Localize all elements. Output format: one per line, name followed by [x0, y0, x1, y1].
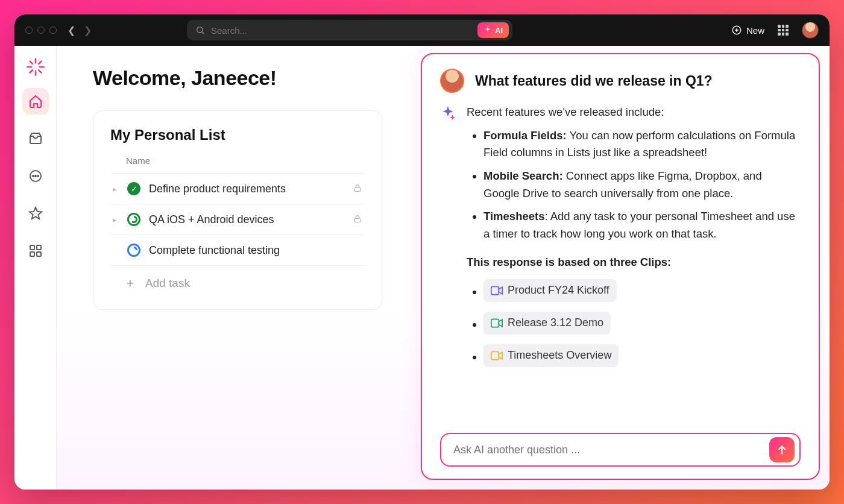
svg-rect-19 [37, 245, 41, 250]
ai-answer-intro: Recent features we've released include: [467, 104, 801, 121]
chevron-right-icon[interactable]: ▸ [113, 215, 119, 224]
svg-point-15 [35, 175, 36, 177]
ai-panel: What features did we release in Q1? Rece… [421, 53, 820, 480]
column-header-name: Name [110, 156, 365, 173]
search-input[interactable] [211, 25, 504, 36]
video-icon [491, 318, 503, 328]
ai-clip-item: Product FY24 Kickoff [483, 279, 801, 302]
home-icon [28, 94, 43, 109]
video-icon [491, 286, 503, 295]
nav-forward-icon[interactable]: ❯ [84, 25, 92, 36]
svg-rect-25 [491, 320, 499, 327]
traffic-zoom[interactable] [49, 27, 57, 34]
sidebar-item-more[interactable] [22, 163, 49, 189]
svg-point-16 [37, 175, 39, 177]
svg-rect-22 [354, 187, 360, 191]
svg-line-10 [39, 70, 41, 72]
svg-rect-26 [491, 351, 499, 359]
clip-chip[interactable]: Timesheets Overview [483, 344, 619, 367]
status-open-icon[interactable] [127, 244, 140, 257]
ai-send-button[interactable] [769, 437, 795, 462]
app-window: ❮ ❯ AI New [14, 14, 830, 490]
clip-chip[interactable]: Release 3.12 Demo [483, 312, 611, 335]
sidebar [14, 46, 57, 490]
plus-circle-icon [731, 25, 742, 36]
status-done-icon[interactable]: ✓ [127, 182, 140, 195]
task-row[interactable]: ▸ QA iOS + Android devices [110, 204, 365, 235]
svg-line-12 [30, 70, 32, 72]
svg-line-9 [30, 61, 32, 64]
global-search[interactable]: AI [187, 20, 512, 40]
task-title: Complete functional testing [149, 244, 280, 257]
personal-list-card: My Personal List Name ▸ ✓ Define product… [93, 110, 382, 310]
traffic-close[interactable] [25, 27, 33, 34]
task-title: QA iOS + Android devices [149, 213, 274, 226]
add-task-label: Add task [145, 277, 190, 290]
traffic-minimize[interactable] [37, 27, 45, 34]
chevron-right-icon[interactable]: ▸ [113, 184, 119, 194]
ai-badge-label: AI [495, 26, 503, 35]
ai-sparkle-icon [440, 104, 456, 378]
user-avatar [440, 69, 464, 93]
search-icon [195, 25, 205, 35]
lock-icon [353, 214, 362, 225]
window-controls [25, 27, 57, 34]
svg-rect-20 [30, 252, 34, 256]
lock-icon [353, 183, 362, 195]
nav-back-icon[interactable]: ❮ [68, 25, 75, 36]
sidebar-item-home[interactable] [22, 88, 49, 115]
sidebar-item-favorites[interactable] [22, 200, 49, 227]
titlebar: ❮ ❯ AI New [14, 14, 830, 46]
new-button[interactable]: New [731, 25, 764, 36]
grid-icon [28, 244, 43, 258]
task-row[interactable]: ▸ Complete functional testing [110, 235, 365, 265]
nav-arrows: ❮ ❯ [68, 25, 92, 36]
svg-point-0 [197, 27, 203, 33]
add-task-button[interactable]: + Add task [110, 265, 365, 303]
sidebar-item-inbox[interactable] [22, 125, 49, 152]
svg-line-11 [39, 61, 41, 64]
svg-rect-18 [30, 245, 34, 250]
svg-point-14 [33, 175, 34, 177]
ai-input[interactable] [440, 433, 801, 467]
ai-clips-heading: This response is based on three Clips: [467, 254, 801, 271]
new-button-label: New [746, 25, 764, 36]
sidebar-item-apps[interactable] [22, 238, 49, 264]
user-avatar[interactable] [802, 22, 819, 39]
clip-chip[interactable]: Product FY24 Kickoff [483, 279, 617, 302]
ai-answer-row: Recent features we've released include: … [440, 104, 801, 378]
sparkle-icon [483, 26, 492, 34]
ai-clip-item: Release 3.12 Demo [483, 312, 801, 335]
svg-marker-17 [30, 207, 42, 219]
plus-icon: + [124, 276, 137, 291]
ai-answer-body: Recent features we've released include: … [467, 104, 801, 378]
arrow-up-icon [776, 444, 788, 456]
ai-question-row: What features did we release in Q1? [440, 69, 801, 93]
task-row[interactable]: ▸ ✓ Define product requirements [110, 173, 365, 204]
more-icon [28, 169, 43, 183]
list-title: My Personal List [110, 127, 365, 143]
star-icon [28, 206, 43, 221]
ai-feature-item: Timesheets: Add any task to your persona… [483, 208, 801, 242]
svg-rect-21 [37, 252, 41, 256]
video-icon [491, 351, 503, 361]
svg-rect-23 [354, 218, 360, 222]
ai-clip-list: Product FY24 Kickoff Release 3.12 Demo [467, 279, 801, 367]
svg-line-1 [202, 32, 204, 34]
task-title: Define product requirements [149, 183, 286, 195]
apps-grid-icon[interactable] [778, 25, 789, 36]
ai-input-field[interactable] [453, 444, 769, 456]
ai-feature-list: Formula Fields: You can now perform calc… [467, 127, 801, 243]
inbox-icon [28, 131, 43, 146]
ai-feature-item: Formula Fields: You can now perform calc… [483, 127, 801, 162]
app-logo[interactable] [25, 57, 46, 77]
svg-rect-24 [491, 287, 499, 295]
ai-question-text: What features did we release in Q1? [475, 73, 713, 89]
ai-clip-item: Timesheets Overview [483, 344, 801, 367]
status-progress-icon[interactable] [127, 213, 140, 226]
ai-badge[interactable]: AI [477, 22, 509, 38]
ai-feature-item: Mobile Search: Connect apps like Figma, … [483, 168, 801, 202]
